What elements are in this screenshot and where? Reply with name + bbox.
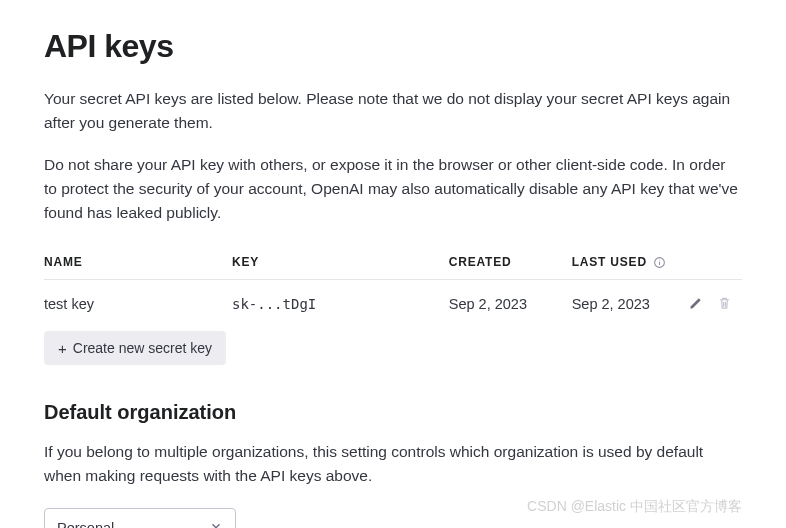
- watermark-text: CSDN @Elastic 中国社区官方博客: [527, 498, 742, 516]
- table-row: test key sk-...tDgI Sep 2, 2023 Sep 2, 2…: [44, 280, 742, 328]
- trash-icon[interactable]: [715, 294, 734, 313]
- col-header-created: CREATED: [449, 243, 572, 280]
- org-select[interactable]: Personal: [44, 508, 236, 528]
- svg-point-2: [659, 260, 660, 261]
- create-secret-key-button[interactable]: + Create new secret key: [44, 331, 226, 365]
- info-icon[interactable]: [653, 256, 666, 269]
- col-header-actions: [680, 243, 742, 280]
- plus-icon: +: [58, 341, 67, 356]
- chevron-down-icon: [209, 519, 223, 528]
- key-created: Sep 2, 2023: [449, 280, 572, 328]
- col-header-name: NAME: [44, 243, 232, 280]
- intro-text-2: Do not share your API key with others, o…: [44, 153, 742, 225]
- default-org-desc: If you belong to multiple organizations,…: [44, 440, 742, 488]
- col-header-last-used: LAST USED: [572, 243, 680, 280]
- page-title: API keys: [44, 28, 742, 65]
- key-name: test key: [44, 280, 232, 328]
- edit-icon[interactable]: [686, 294, 705, 313]
- org-selected-value: Personal: [57, 520, 114, 528]
- intro-text-1: Your secret API keys are listed below. P…: [44, 87, 742, 135]
- col-header-key: KEY: [232, 243, 449, 280]
- api-keys-table: NAME KEY CREATED LAST USED test key sk-.…: [44, 243, 742, 327]
- key-last-used: Sep 2, 2023: [572, 280, 680, 328]
- default-org-heading: Default organization: [44, 401, 742, 424]
- key-value: sk-...tDgI: [232, 280, 449, 328]
